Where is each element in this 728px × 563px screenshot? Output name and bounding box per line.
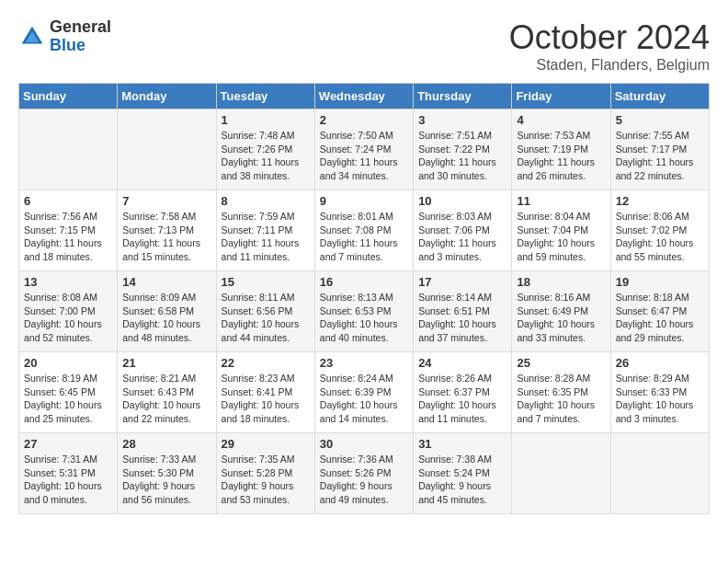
day-detail: Sunrise: 7:56 AMSunset: 7:15 PMDaylight:… [24, 210, 112, 264]
day-number: 16 [320, 275, 408, 289]
day-number: 8 [222, 194, 310, 208]
page-header: General Blue October 2024 Staden, Flande… [18, 18, 710, 74]
calendar-cell: 2Sunrise: 7:50 AMSunset: 7:24 PMDaylight… [314, 109, 413, 190]
day-number: 15 [222, 275, 310, 289]
weekday-header-friday: Friday [512, 84, 610, 109]
calendar-cell: 17Sunrise: 8:14 AMSunset: 6:51 PMDayligh… [414, 271, 512, 352]
day-detail: Sunrise: 8:14 AMSunset: 6:51 PMDaylight:… [418, 291, 506, 345]
day-number: 18 [517, 275, 605, 289]
logo-text: General Blue [50, 18, 111, 55]
day-detail: Sunrise: 8:26 AMSunset: 6:37 PMDaylight:… [418, 372, 506, 426]
day-detail: Sunrise: 8:19 AMSunset: 6:45 PMDaylight:… [24, 372, 112, 426]
weekday-header-wednesday: Wednesday [314, 84, 413, 109]
day-number: 1 [222, 113, 310, 127]
day-detail: Sunrise: 8:08 AMSunset: 7:00 PMDaylight:… [24, 291, 112, 345]
calendar-week-row: 6Sunrise: 7:56 AMSunset: 7:15 PMDaylight… [19, 190, 710, 271]
calendar-cell: 20Sunrise: 8:19 AMSunset: 6:45 PMDayligh… [19, 352, 118, 433]
day-detail: Sunrise: 7:50 AMSunset: 7:24 PMDaylight:… [320, 129, 408, 183]
calendar-cell: 3Sunrise: 7:51 AMSunset: 7:22 PMDaylight… [414, 109, 512, 190]
day-number: 13 [24, 275, 112, 289]
day-detail: Sunrise: 8:06 AMSunset: 7:02 PMDaylight:… [616, 210, 704, 264]
day-detail: Sunrise: 7:36 AMSunset: 5:26 PMDaylight:… [320, 453, 408, 507]
calendar-cell: 1Sunrise: 7:48 AMSunset: 7:26 PMDaylight… [216, 109, 314, 190]
day-number: 28 [122, 437, 210, 451]
day-detail: Sunrise: 7:59 AMSunset: 7:11 PMDaylight:… [222, 210, 310, 264]
calendar-cell: 4Sunrise: 7:53 AMSunset: 7:19 PMDaylight… [512, 109, 610, 190]
calendar-table: SundayMondayTuesdayWednesdayThursdayFrid… [18, 83, 710, 514]
calendar-cell: 29Sunrise: 7:35 AMSunset: 5:28 PMDayligh… [216, 433, 314, 514]
day-number: 29 [222, 437, 310, 451]
day-number: 24 [418, 356, 506, 370]
day-number: 26 [616, 356, 704, 370]
location: Staden, Flanders, Belgium [509, 57, 710, 74]
day-detail: Sunrise: 7:51 AMSunset: 7:22 PMDaylight:… [418, 129, 506, 183]
day-detail: Sunrise: 7:58 AMSunset: 7:13 PMDaylight:… [122, 210, 210, 264]
day-detail: Sunrise: 7:33 AMSunset: 5:30 PMDaylight:… [122, 453, 210, 507]
title-block: October 2024 Staden, Flanders, Belgium [509, 18, 710, 74]
calendar-cell: 12Sunrise: 8:06 AMSunset: 7:02 PMDayligh… [610, 190, 709, 271]
calendar-cell [610, 433, 709, 514]
calendar-cell: 15Sunrise: 8:11 AMSunset: 6:56 PMDayligh… [216, 271, 314, 352]
calendar-cell: 27Sunrise: 7:31 AMSunset: 5:31 PMDayligh… [19, 433, 118, 514]
day-number: 25 [517, 356, 605, 370]
day-detail: Sunrise: 7:38 AMSunset: 5:24 PMDaylight:… [418, 453, 506, 507]
day-number: 10 [418, 194, 506, 208]
day-number: 2 [320, 113, 408, 127]
day-number: 11 [517, 194, 605, 208]
month-title: October 2024 [509, 18, 710, 57]
day-detail: Sunrise: 8:04 AMSunset: 7:04 PMDaylight:… [517, 210, 605, 264]
calendar-cell: 23Sunrise: 8:24 AMSunset: 6:39 PMDayligh… [314, 352, 413, 433]
weekday-header-monday: Monday [118, 84, 216, 109]
logo-general: General [50, 18, 111, 37]
day-detail: Sunrise: 7:55 AMSunset: 7:17 PMDaylight:… [616, 129, 704, 183]
weekday-header-thursday: Thursday [414, 84, 512, 109]
calendar-cell: 26Sunrise: 8:29 AMSunset: 6:33 PMDayligh… [610, 352, 709, 433]
day-detail: Sunrise: 8:16 AMSunset: 6:49 PMDaylight:… [517, 291, 605, 345]
calendar-cell: 16Sunrise: 8:13 AMSunset: 6:53 PMDayligh… [314, 271, 413, 352]
logo: General Blue [18, 18, 111, 55]
day-detail: Sunrise: 7:48 AMSunset: 7:26 PMDaylight:… [222, 129, 310, 183]
calendar-cell [19, 109, 118, 190]
calendar-week-row: 1Sunrise: 7:48 AMSunset: 7:26 PMDaylight… [19, 109, 710, 190]
calendar-cell: 19Sunrise: 8:18 AMSunset: 6:47 PMDayligh… [610, 271, 709, 352]
logo-blue: Blue [50, 37, 111, 55]
weekday-header-sunday: Sunday [19, 84, 118, 109]
day-number: 30 [320, 437, 408, 451]
calendar-cell: 8Sunrise: 7:59 AMSunset: 7:11 PMDaylight… [216, 190, 314, 271]
calendar-cell: 22Sunrise: 8:23 AMSunset: 6:41 PMDayligh… [216, 352, 314, 433]
calendar-body: 1Sunrise: 7:48 AMSunset: 7:26 PMDaylight… [19, 109, 710, 514]
calendar-cell: 10Sunrise: 8:03 AMSunset: 7:06 PMDayligh… [414, 190, 512, 271]
calendar-cell: 24Sunrise: 8:26 AMSunset: 6:37 PMDayligh… [414, 352, 512, 433]
day-number: 9 [320, 194, 408, 208]
day-detail: Sunrise: 8:28 AMSunset: 6:35 PMDaylight:… [517, 372, 605, 426]
day-detail: Sunrise: 8:29 AMSunset: 6:33 PMDaylight:… [616, 372, 704, 426]
calendar-cell [118, 109, 216, 190]
calendar-cell: 14Sunrise: 8:09 AMSunset: 6:58 PMDayligh… [118, 271, 216, 352]
calendar-cell: 25Sunrise: 8:28 AMSunset: 6:35 PMDayligh… [512, 352, 610, 433]
day-detail: Sunrise: 7:31 AMSunset: 5:31 PMDaylight:… [24, 453, 112, 507]
day-detail: Sunrise: 8:21 AMSunset: 6:43 PMDaylight:… [122, 372, 210, 426]
calendar-cell: 7Sunrise: 7:58 AMSunset: 7:13 PMDaylight… [118, 190, 216, 271]
day-detail: Sunrise: 8:18 AMSunset: 6:47 PMDaylight:… [616, 291, 704, 345]
day-number: 17 [418, 275, 506, 289]
calendar-cell: 18Sunrise: 8:16 AMSunset: 6:49 PMDayligh… [512, 271, 610, 352]
day-detail: Sunrise: 8:03 AMSunset: 7:06 PMDaylight:… [418, 210, 506, 264]
day-number: 21 [122, 356, 210, 370]
calendar-cell: 5Sunrise: 7:55 AMSunset: 7:17 PMDaylight… [610, 109, 709, 190]
calendar-week-row: 20Sunrise: 8:19 AMSunset: 6:45 PMDayligh… [19, 352, 710, 433]
day-number: 19 [616, 275, 704, 289]
day-number: 4 [517, 113, 605, 127]
day-detail: Sunrise: 7:35 AMSunset: 5:28 PMDaylight:… [222, 453, 310, 507]
day-detail: Sunrise: 8:23 AMSunset: 6:41 PMDaylight:… [222, 372, 310, 426]
calendar-cell: 6Sunrise: 7:56 AMSunset: 7:15 PMDaylight… [19, 190, 118, 271]
calendar-week-row: 27Sunrise: 7:31 AMSunset: 5:31 PMDayligh… [19, 433, 710, 514]
day-number: 7 [122, 194, 210, 208]
logo-icon [18, 23, 46, 51]
day-number: 20 [24, 356, 112, 370]
day-detail: Sunrise: 8:24 AMSunset: 6:39 PMDaylight:… [320, 372, 408, 426]
weekday-header-row: SundayMondayTuesdayWednesdayThursdayFrid… [19, 84, 710, 109]
day-number: 3 [418, 113, 506, 127]
calendar-cell: 11Sunrise: 8:04 AMSunset: 7:04 PMDayligh… [512, 190, 610, 271]
day-detail: Sunrise: 8:09 AMSunset: 6:58 PMDaylight:… [122, 291, 210, 345]
calendar-cell: 28Sunrise: 7:33 AMSunset: 5:30 PMDayligh… [118, 433, 216, 514]
